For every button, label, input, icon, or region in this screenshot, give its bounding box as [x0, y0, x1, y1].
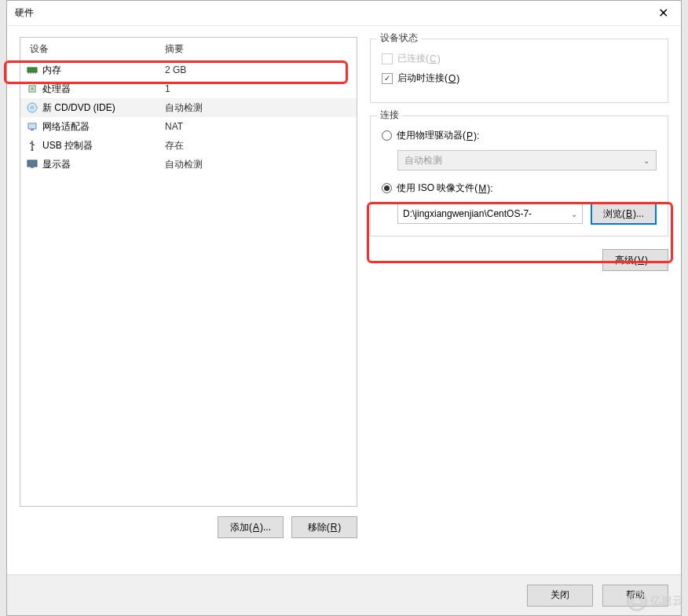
device-summary: 自动检测 [165, 158, 203, 171]
iso-path-text: D:\jingxiangwenjian\CentOS-7- [403, 208, 532, 219]
device-summary: 1 [165, 83, 170, 94]
svg-rect-13 [31, 167, 34, 168]
device-summary: NAT [165, 121, 183, 132]
advanced-row: 高级(V)... [370, 249, 668, 271]
remove-button[interactable]: 移除(R) [291, 516, 357, 538]
window-titlebar: 硬件 ✕ [7, 1, 681, 26]
checkbox-icon: ✓ [382, 73, 393, 84]
device-label: 处理器 [42, 82, 165, 96]
close-icon[interactable]: ✕ [653, 6, 673, 20]
close-button[interactable]: 关闭 [527, 585, 593, 607]
device-label: 显示器 [42, 158, 165, 171]
watermark: 亿速云 [627, 591, 683, 611]
svg-rect-12 [27, 160, 37, 167]
device-row-display[interactable]: 显示器 自动检测 [20, 155, 357, 174]
dropdown-value: 自动检测 [404, 154, 442, 167]
connect-on-start-label: 启动时连接(O) [397, 72, 459, 85]
connection-legend: 连接 [377, 108, 402, 122]
physical-drive-dropdown: 自动检测 ⌄ [397, 150, 657, 170]
svg-rect-0 [27, 68, 37, 72]
radio-icon [382, 130, 392, 141]
device-status-group: 设备状态 已连接(C) ✓ 启动时连接(O) [370, 38, 668, 103]
device-label: 新 CD/DVD (IDE) [42, 101, 165, 115]
display-icon [27, 159, 38, 170]
device-label: 内存 [42, 64, 165, 77]
connected-label: 已连接(C) [397, 52, 441, 65]
header-summary: 摘要 [165, 42, 184, 56]
window-title: 硬件 [15, 6, 34, 20]
right-pane: 设备状态 已连接(C) ✓ 启动时连接(O) 连接 使用物理驱动器(P): 自动… [370, 37, 668, 568]
advanced-button[interactable]: 高级(V)... [602, 249, 668, 271]
device-summary: 存在 [165, 139, 184, 152]
header-device: 设备 [27, 42, 165, 56]
device-list-header: 设备 摘要 [20, 38, 357, 60]
use-iso-label: 使用 ISO 映像文件(M): [397, 182, 493, 195]
device-row-cpu[interactable]: 处理器 1 [20, 79, 357, 98]
watermark-text: 亿速云 [650, 594, 683, 608]
network-icon [27, 121, 38, 132]
svg-rect-6 [31, 87, 34, 90]
device-list-buttons: 添加(A)... 移除(R) [20, 516, 357, 538]
connection-group: 连接 使用物理驱动器(P): 自动检测 ⌄ 使用 ISO 映像文件(M): D:… [370, 116, 668, 236]
device-status-legend: 设备状态 [377, 31, 421, 45]
hardware-dialog: 硬件 ✕ 设备 摘要 内存 2 GB [6, 0, 682, 616]
svg-rect-4 [35, 72, 36, 74]
device-row-memory[interactable]: 内存 2 GB [20, 60, 357, 79]
cd-icon [27, 102, 38, 113]
cpu-icon [27, 83, 38, 94]
memory-icon [27, 64, 38, 75]
use-physical-radio[interactable]: 使用物理驱动器(P): [382, 129, 657, 142]
device-label: USB 控制器 [42, 139, 165, 152]
device-summary: 2 GB [165, 64, 186, 75]
use-physical-label: 使用物理驱动器(P): [397, 129, 479, 142]
svg-rect-10 [31, 129, 34, 130]
chevron-down-icon: ⌄ [643, 156, 650, 165]
use-iso-radio[interactable]: 使用 ISO 映像文件(M): [382, 182, 657, 195]
iso-file-row: D:\jingxiangwenjian\CentOS-7- ⌄ 浏览(B)... [397, 203, 657, 225]
svg-rect-1 [28, 72, 29, 74]
device-row-network[interactable]: 网络适配器 NAT [20, 117, 357, 136]
device-label: 网络适配器 [42, 120, 165, 134]
browse-button[interactable]: 浏览(B)... [591, 203, 657, 225]
cloud-icon [627, 591, 647, 611]
checkbox-icon [382, 53, 393, 64]
device-row-cddvd[interactable]: 新 CD/DVD (IDE) 自动检测 [20, 98, 357, 117]
usb-icon [27, 140, 38, 151]
left-pane: 设备 摘要 内存 2 GB 处理器 1 [20, 37, 357, 568]
window-footer: 关闭 帮助 [7, 574, 681, 615]
add-button[interactable]: 添加(A)... [218, 516, 284, 538]
svg-rect-3 [33, 72, 34, 74]
device-row-usb[interactable]: USB 控制器 存在 [20, 136, 357, 155]
iso-path-combobox[interactable]: D:\jingxiangwenjian\CentOS-7- ⌄ [397, 204, 583, 224]
device-list: 设备 摘要 内存 2 GB 处理器 1 [20, 37, 357, 507]
device-summary: 自动检测 [165, 101, 203, 115]
chevron-down-icon: ⌄ [571, 210, 577, 218]
connect-on-start-checkbox-row[interactable]: ✓ 启动时连接(O) [382, 72, 657, 85]
svg-point-11 [31, 149, 34, 152]
window-body: 设备 摘要 内存 2 GB 处理器 1 [7, 26, 681, 574]
svg-point-8 [31, 107, 34, 109]
connected-checkbox-row[interactable]: 已连接(C) [382, 52, 657, 65]
svg-rect-9 [28, 123, 36, 129]
radio-icon [382, 183, 392, 193]
svg-rect-2 [31, 72, 31, 74]
